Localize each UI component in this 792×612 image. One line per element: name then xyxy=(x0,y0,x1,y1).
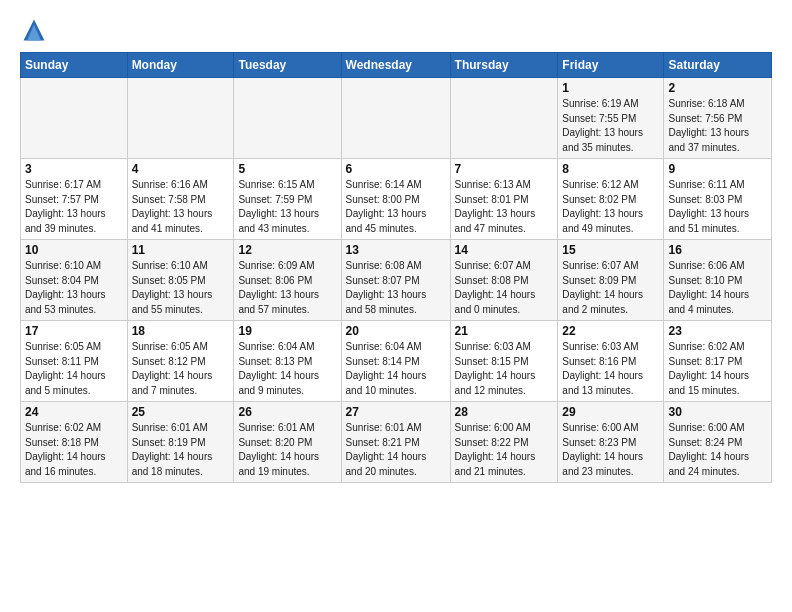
day-info: Sunrise: 6:11 AM Sunset: 8:03 PM Dayligh… xyxy=(668,178,767,236)
day-number: 14 xyxy=(455,243,554,257)
calendar-cell: 11Sunrise: 6:10 AM Sunset: 8:05 PM Dayli… xyxy=(127,240,234,321)
day-number: 9 xyxy=(668,162,767,176)
day-number: 8 xyxy=(562,162,659,176)
day-number: 19 xyxy=(238,324,336,338)
day-number: 15 xyxy=(562,243,659,257)
day-number: 26 xyxy=(238,405,336,419)
calendar-week-3: 10Sunrise: 6:10 AM Sunset: 8:04 PM Dayli… xyxy=(21,240,772,321)
calendar-cell: 2Sunrise: 6:18 AM Sunset: 7:56 PM Daylig… xyxy=(664,78,772,159)
day-number: 30 xyxy=(668,405,767,419)
day-number: 12 xyxy=(238,243,336,257)
calendar-cell: 26Sunrise: 6:01 AM Sunset: 8:20 PM Dayli… xyxy=(234,402,341,483)
calendar-cell: 25Sunrise: 6:01 AM Sunset: 8:19 PM Dayli… xyxy=(127,402,234,483)
calendar-cell: 12Sunrise: 6:09 AM Sunset: 8:06 PM Dayli… xyxy=(234,240,341,321)
calendar-cell: 17Sunrise: 6:05 AM Sunset: 8:11 PM Dayli… xyxy=(21,321,128,402)
calendar-cell xyxy=(234,78,341,159)
day-number: 28 xyxy=(455,405,554,419)
day-number: 3 xyxy=(25,162,123,176)
day-of-week-wednesday: Wednesday xyxy=(341,53,450,78)
day-info: Sunrise: 6:04 AM Sunset: 8:14 PM Dayligh… xyxy=(346,340,446,398)
calendar-cell: 5Sunrise: 6:15 AM Sunset: 7:59 PM Daylig… xyxy=(234,159,341,240)
day-number: 5 xyxy=(238,162,336,176)
calendar-cell: 24Sunrise: 6:02 AM Sunset: 8:18 PM Dayli… xyxy=(21,402,128,483)
calendar-cell: 28Sunrise: 6:00 AM Sunset: 8:22 PM Dayli… xyxy=(450,402,558,483)
day-number: 25 xyxy=(132,405,230,419)
day-number: 27 xyxy=(346,405,446,419)
day-number: 17 xyxy=(25,324,123,338)
calendar-cell: 23Sunrise: 6:02 AM Sunset: 8:17 PM Dayli… xyxy=(664,321,772,402)
calendar-cell: 21Sunrise: 6:03 AM Sunset: 8:15 PM Dayli… xyxy=(450,321,558,402)
logo-icon xyxy=(20,16,48,44)
day-info: Sunrise: 6:01 AM Sunset: 8:20 PM Dayligh… xyxy=(238,421,336,479)
calendar-cell: 4Sunrise: 6:16 AM Sunset: 7:58 PM Daylig… xyxy=(127,159,234,240)
calendar-cell: 3Sunrise: 6:17 AM Sunset: 7:57 PM Daylig… xyxy=(21,159,128,240)
calendar-cell: 30Sunrise: 6:00 AM Sunset: 8:24 PM Dayli… xyxy=(664,402,772,483)
calendar-cell: 29Sunrise: 6:00 AM Sunset: 8:23 PM Dayli… xyxy=(558,402,664,483)
calendar-cell: 8Sunrise: 6:12 AM Sunset: 8:02 PM Daylig… xyxy=(558,159,664,240)
day-number: 1 xyxy=(562,81,659,95)
day-number: 21 xyxy=(455,324,554,338)
day-info: Sunrise: 6:03 AM Sunset: 8:16 PM Dayligh… xyxy=(562,340,659,398)
calendar-cell: 18Sunrise: 6:05 AM Sunset: 8:12 PM Dayli… xyxy=(127,321,234,402)
day-of-week-monday: Monday xyxy=(127,53,234,78)
day-number: 2 xyxy=(668,81,767,95)
calendar-cell: 10Sunrise: 6:10 AM Sunset: 8:04 PM Dayli… xyxy=(21,240,128,321)
day-info: Sunrise: 6:13 AM Sunset: 8:01 PM Dayligh… xyxy=(455,178,554,236)
day-number: 29 xyxy=(562,405,659,419)
logo xyxy=(20,16,52,44)
page: SundayMondayTuesdayWednesdayThursdayFrid… xyxy=(0,0,792,493)
day-info: Sunrise: 6:08 AM Sunset: 8:07 PM Dayligh… xyxy=(346,259,446,317)
calendar-cell: 20Sunrise: 6:04 AM Sunset: 8:14 PM Dayli… xyxy=(341,321,450,402)
day-of-week-saturday: Saturday xyxy=(664,53,772,78)
calendar-header-row: SundayMondayTuesdayWednesdayThursdayFrid… xyxy=(21,53,772,78)
calendar-week-1: 1Sunrise: 6:19 AM Sunset: 7:55 PM Daylig… xyxy=(21,78,772,159)
day-info: Sunrise: 6:05 AM Sunset: 8:11 PM Dayligh… xyxy=(25,340,123,398)
day-info: Sunrise: 6:02 AM Sunset: 8:17 PM Dayligh… xyxy=(668,340,767,398)
calendar-cell xyxy=(341,78,450,159)
day-info: Sunrise: 6:15 AM Sunset: 7:59 PM Dayligh… xyxy=(238,178,336,236)
calendar-cell: 22Sunrise: 6:03 AM Sunset: 8:16 PM Dayli… xyxy=(558,321,664,402)
day-info: Sunrise: 6:18 AM Sunset: 7:56 PM Dayligh… xyxy=(668,97,767,155)
calendar-week-4: 17Sunrise: 6:05 AM Sunset: 8:11 PM Dayli… xyxy=(21,321,772,402)
calendar-cell: 7Sunrise: 6:13 AM Sunset: 8:01 PM Daylig… xyxy=(450,159,558,240)
day-info: Sunrise: 6:01 AM Sunset: 8:21 PM Dayligh… xyxy=(346,421,446,479)
day-info: Sunrise: 6:00 AM Sunset: 8:22 PM Dayligh… xyxy=(455,421,554,479)
day-number: 16 xyxy=(668,243,767,257)
calendar-week-2: 3Sunrise: 6:17 AM Sunset: 7:57 PM Daylig… xyxy=(21,159,772,240)
day-info: Sunrise: 6:09 AM Sunset: 8:06 PM Dayligh… xyxy=(238,259,336,317)
calendar-cell: 14Sunrise: 6:07 AM Sunset: 8:08 PM Dayli… xyxy=(450,240,558,321)
calendar-cell: 16Sunrise: 6:06 AM Sunset: 8:10 PM Dayli… xyxy=(664,240,772,321)
day-info: Sunrise: 6:12 AM Sunset: 8:02 PM Dayligh… xyxy=(562,178,659,236)
day-info: Sunrise: 6:10 AM Sunset: 8:04 PM Dayligh… xyxy=(25,259,123,317)
day-number: 7 xyxy=(455,162,554,176)
day-number: 18 xyxy=(132,324,230,338)
calendar-cell xyxy=(450,78,558,159)
day-info: Sunrise: 6:04 AM Sunset: 8:13 PM Dayligh… xyxy=(238,340,336,398)
day-info: Sunrise: 6:10 AM Sunset: 8:05 PM Dayligh… xyxy=(132,259,230,317)
day-number: 13 xyxy=(346,243,446,257)
calendar-cell: 13Sunrise: 6:08 AM Sunset: 8:07 PM Dayli… xyxy=(341,240,450,321)
day-of-week-thursday: Thursday xyxy=(450,53,558,78)
day-info: Sunrise: 6:03 AM Sunset: 8:15 PM Dayligh… xyxy=(455,340,554,398)
day-of-week-tuesday: Tuesday xyxy=(234,53,341,78)
day-info: Sunrise: 6:06 AM Sunset: 8:10 PM Dayligh… xyxy=(668,259,767,317)
day-info: Sunrise: 6:01 AM Sunset: 8:19 PM Dayligh… xyxy=(132,421,230,479)
day-info: Sunrise: 6:02 AM Sunset: 8:18 PM Dayligh… xyxy=(25,421,123,479)
day-number: 10 xyxy=(25,243,123,257)
calendar-cell: 6Sunrise: 6:14 AM Sunset: 8:00 PM Daylig… xyxy=(341,159,450,240)
calendar-cell: 15Sunrise: 6:07 AM Sunset: 8:09 PM Dayli… xyxy=(558,240,664,321)
day-info: Sunrise: 6:19 AM Sunset: 7:55 PM Dayligh… xyxy=(562,97,659,155)
calendar-cell xyxy=(21,78,128,159)
day-info: Sunrise: 6:00 AM Sunset: 8:23 PM Dayligh… xyxy=(562,421,659,479)
day-number: 22 xyxy=(562,324,659,338)
calendar-cell: 1Sunrise: 6:19 AM Sunset: 7:55 PM Daylig… xyxy=(558,78,664,159)
header xyxy=(20,16,772,44)
day-number: 23 xyxy=(668,324,767,338)
calendar-cell: 27Sunrise: 6:01 AM Sunset: 8:21 PM Dayli… xyxy=(341,402,450,483)
day-of-week-sunday: Sunday xyxy=(21,53,128,78)
calendar-cell xyxy=(127,78,234,159)
day-info: Sunrise: 6:07 AM Sunset: 8:09 PM Dayligh… xyxy=(562,259,659,317)
day-info: Sunrise: 6:17 AM Sunset: 7:57 PM Dayligh… xyxy=(25,178,123,236)
day-info: Sunrise: 6:14 AM Sunset: 8:00 PM Dayligh… xyxy=(346,178,446,236)
day-number: 6 xyxy=(346,162,446,176)
